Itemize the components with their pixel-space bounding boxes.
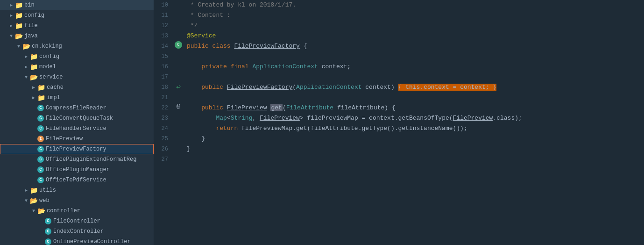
arrow-icon bbox=[7, 22, 15, 29]
file-tree: 📁 bin 📁 config 📁 file 📂 java 📂 cn.keking… bbox=[0, 0, 154, 245]
sidebar-item-label: file bbox=[24, 22, 38, 29]
line-number: 26 bbox=[154, 144, 174, 154]
gutter-green-icon: C bbox=[175, 41, 182, 49]
sidebar-item-config-top[interactable]: 📁 config bbox=[0, 10, 154, 21]
class-icon: C bbox=[45, 238, 51, 245]
sidebar-item-label: OfficeToPdfService bbox=[46, 177, 106, 183]
folder-icon: 📁 bbox=[30, 187, 37, 194]
code-line-13: 13 @Service bbox=[154, 31, 644, 41]
line-number: 13 bbox=[154, 31, 174, 41]
line-content-25: } bbox=[183, 134, 644, 144]
sidebar-item-label: utils bbox=[39, 187, 56, 194]
code-line-23: 23 Map<String, FilePreview> filePreviewM… bbox=[154, 113, 644, 123]
folder-icon: 📂 bbox=[30, 73, 37, 81]
gutter-14: C bbox=[174, 41, 183, 49]
line-content-14: public class FilePreviewFactory { bbox=[183, 41, 644, 51]
code-line-22: 22 @ public FilePreview get(FileAttribut… bbox=[154, 103, 644, 113]
code-line-16: 16 private final ApplicationContext cont… bbox=[154, 62, 644, 72]
sidebar-item-utils[interactable]: 📁 utils bbox=[0, 185, 154, 195]
sidebar-item-service[interactable]: 📂 service bbox=[0, 72, 154, 82]
line-number: 22 bbox=[154, 103, 174, 113]
line-content-18: public FilePreviewFactory(ApplicationCon… bbox=[183, 82, 644, 93]
sidebar-item-FileConvertQueueTask[interactable]: C FileConvertQueueTask bbox=[0, 113, 154, 123]
sidebar-item-config[interactable]: 📁 config bbox=[0, 51, 154, 62]
arrow-icon bbox=[15, 43, 22, 50]
sidebar-item-label: FileController bbox=[53, 218, 100, 224]
sidebar-item-OfficeToPdfService[interactable]: C OfficeToPdfService bbox=[0, 175, 154, 185]
sidebar-item-label: model bbox=[39, 64, 56, 70]
class-icon: C bbox=[37, 177, 44, 183]
class-icon: C bbox=[37, 146, 44, 152]
code-line-26: 26 } bbox=[154, 144, 644, 154]
line-number: 16 bbox=[154, 62, 174, 72]
class-icon: C bbox=[45, 218, 51, 224]
sidebar-item-label: FileConvertQueueTask bbox=[46, 115, 113, 122]
gutter-at-icon: @ bbox=[177, 103, 180, 110]
line-content-16: private final ApplicationContext context… bbox=[183, 62, 644, 72]
sidebar-item-FilePreview[interactable]: I FilePreview bbox=[0, 134, 154, 144]
line-number: 15 bbox=[154, 51, 174, 62]
sidebar-item-label: service bbox=[39, 74, 63, 80]
sidebar-item-label: cache bbox=[47, 84, 64, 91]
sidebar-item-label: bin bbox=[24, 2, 35, 8]
code-line-12: 12 */ bbox=[154, 21, 644, 31]
sidebar-item-OnlinePreviewController[interactable]: C OnlinePreviewController bbox=[0, 237, 154, 245]
class-icon: C bbox=[45, 228, 51, 235]
sidebar-item-CompressFileReader[interactable]: C CompressFileReader bbox=[0, 103, 154, 113]
sidebar-item-label: controller bbox=[47, 208, 80, 214]
sidebar-item-file[interactable]: 📁 file bbox=[0, 21, 154, 31]
sidebar-item-label: OnlinePreviewController bbox=[53, 238, 131, 245]
line-number: 24 bbox=[154, 123, 174, 134]
folder-icon: 📁 bbox=[15, 22, 22, 29]
sidebar-item-FileHandlerService[interactable]: C FileHandlerService bbox=[0, 123, 154, 134]
sidebar-item-web[interactable]: 📂 web bbox=[0, 195, 154, 206]
code-editor: 10 * Created by kl on 2018/1/17. 11 * Co… bbox=[154, 0, 644, 245]
folder-icon: 📂 bbox=[15, 32, 22, 40]
line-number: 11 bbox=[154, 10, 174, 21]
class-icon: C bbox=[37, 105, 44, 111]
line-content-23: Map<String, FilePreview> filePreviewMap … bbox=[183, 113, 644, 123]
code-line-11: 11 * Content : bbox=[154, 10, 644, 21]
code-line-18: 18 ↩ public FilePreviewFactory(Applicati… bbox=[154, 82, 644, 93]
line-content-12: */ bbox=[183, 21, 644, 31]
sidebar-item-label: FilePreview bbox=[46, 136, 83, 142]
arrow-icon bbox=[7, 12, 15, 19]
code-content: 10 * Created by kl on 2018/1/17. 11 * Co… bbox=[154, 0, 644, 245]
code-line-27: 27 bbox=[154, 154, 644, 165]
sidebar-item-model[interactable]: 📁 model bbox=[0, 62, 154, 72]
sidebar-item-bin[interactable]: 📁 bin bbox=[0, 0, 154, 10]
sidebar-item-IndexController[interactable]: C IndexController bbox=[0, 226, 154, 237]
sidebar-item-java[interactable]: 📂 java bbox=[0, 31, 154, 41]
arrow-icon bbox=[22, 197, 30, 204]
class-icon: C bbox=[37, 115, 44, 122]
sidebar-item-cn-keking[interactable]: 📂 cn.keking bbox=[0, 41, 154, 51]
code-line-21: 21 bbox=[154, 93, 644, 103]
arrow-icon bbox=[22, 73, 30, 81]
sidebar-item-OfficePluginExtendFormatReg[interactable]: C OfficePluginExtendFormatReg bbox=[0, 154, 154, 165]
sidebar-item-label: cn.keking bbox=[32, 43, 62, 50]
folder-icon: 📂 bbox=[22, 43, 30, 50]
folder-icon: 📁 bbox=[15, 1, 22, 9]
arrow-icon bbox=[30, 84, 37, 91]
arrow-icon bbox=[30, 207, 37, 215]
sidebar-item-FileController[interactable]: C FileController bbox=[0, 216, 154, 226]
sidebar-item-OfficePluginManager[interactable]: C OfficePluginManager bbox=[0, 165, 154, 175]
folder-icon: 📁 bbox=[30, 63, 37, 71]
class-icon: C bbox=[37, 166, 44, 173]
gutter-arrow-icon: ↩ bbox=[176, 82, 181, 92]
code-line-14: 14 C public class FilePreviewFactory { bbox=[154, 41, 644, 51]
line-number: 21 bbox=[154, 93, 174, 103]
line-number: 14 bbox=[154, 41, 174, 51]
sidebar-item-controller[interactable]: 📂 controller bbox=[0, 206, 154, 216]
sidebar-item-label: web bbox=[39, 197, 50, 204]
sidebar-item-cache[interactable]: 📁 cache bbox=[0, 82, 154, 93]
sidebar-item-label: FilePreviewFactory bbox=[46, 146, 106, 152]
line-content-10: * Created by kl on 2018/1/17. bbox=[183, 0, 644, 10]
code-line-25: 25 } bbox=[154, 134, 644, 144]
sidebar-item-impl[interactable]: 📁 impl bbox=[0, 93, 154, 103]
code-line-24: 24 return filePreviewMap.get(fileAttribu… bbox=[154, 123, 644, 134]
sidebar-item-FilePreviewFactory[interactable]: C FilePreviewFactory bbox=[0, 144, 154, 154]
folder-icon: 📁 bbox=[37, 84, 45, 91]
folder-icon: 📁 bbox=[37, 94, 45, 101]
line-number: 23 bbox=[154, 113, 174, 123]
